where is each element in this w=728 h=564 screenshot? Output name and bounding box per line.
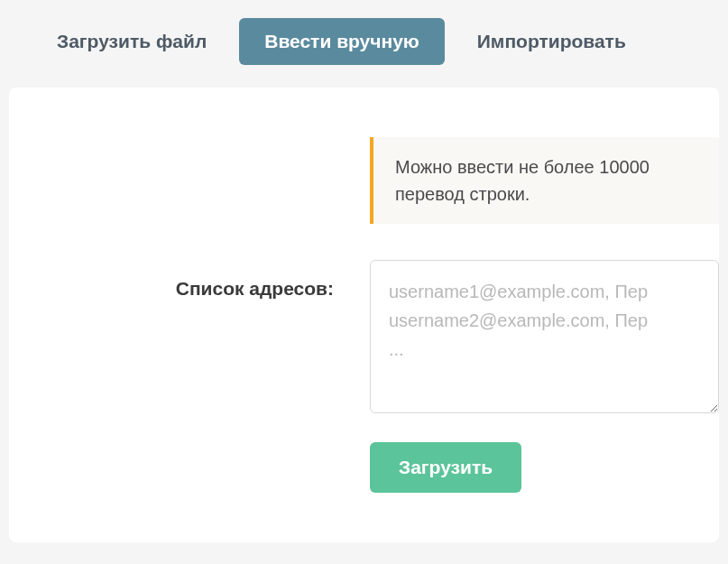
submit-row: Загрузить xyxy=(370,442,719,493)
submit-button[interactable]: Загрузить xyxy=(370,442,521,493)
main-panel: Можно ввести не более 10000 перевод стро… xyxy=(9,88,719,542)
tab-import[interactable]: Импортировать xyxy=(452,18,651,65)
info-message: Можно ввести не более 10000 перевод стро… xyxy=(370,137,719,224)
tab-upload-file[interactable]: Загрузить файл xyxy=(32,18,232,65)
tab-enter-manually[interactable]: Ввести вручную xyxy=(239,18,445,65)
tab-bar: Загрузить файл Ввести вручную Импортиров… xyxy=(0,0,728,88)
address-list-textarea[interactable] xyxy=(370,260,719,413)
address-list-field-wrap xyxy=(370,260,719,417)
address-list-label: Список адресов: xyxy=(9,260,370,300)
form-row-addresses: Список адресов: xyxy=(9,260,719,417)
